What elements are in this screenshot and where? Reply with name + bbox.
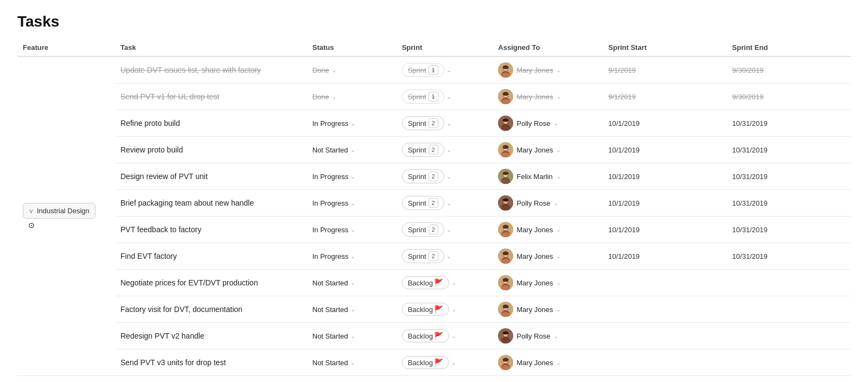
sprint-wrapper: Sprint 2 ⌄ (402, 169, 488, 183)
assigned-dropdown-chevron[interactable]: ⌄ (556, 279, 561, 286)
status-wrapper: Not Started ⌄ (312, 332, 391, 340)
status-cell: In Progress ⌄ (307, 217, 397, 243)
sprint-start-date: 9/1/2019 (603, 84, 726, 110)
status-dropdown-chevron[interactable]: ⌄ (350, 279, 355, 286)
assigned-name: Mary Jones (516, 252, 553, 260)
status-text: In Progress (312, 119, 348, 128)
assigned-dropdown-chevron[interactable]: ⌄ (553, 200, 558, 207)
assigned-name: Mary Jones (516, 305, 553, 314)
status-text: Not Started (312, 332, 348, 340)
sprint-badge[interactable]: Backlog 🚩 (402, 303, 449, 316)
col-feature: Feature (17, 39, 115, 56)
svg-point-28 (503, 172, 509, 175)
sprint-dropdown-chevron[interactable]: ⌄ (446, 120, 451, 127)
sprint-badge[interactable]: Sprint 2 (402, 143, 444, 157)
status-cell: Not Started ⌄ (307, 270, 397, 296)
status-dropdown-chevron[interactable]: ⌄ (350, 359, 355, 366)
status-dropdown-chevron[interactable]: ⌄ (331, 93, 336, 100)
svg-point-46 (503, 252, 509, 256)
status-dropdown-chevron[interactable]: ⌄ (350, 306, 355, 313)
assigned-wrapper: Mary Jones ⌄ (498, 249, 597, 264)
assigned-cell: Mary Jones ⌄ (493, 349, 603, 376)
sprint-badge[interactable]: Sprint 2 (402, 169, 444, 183)
sprint-start-cell (603, 349, 726, 376)
task-text: Design review of PVT unit (120, 172, 208, 181)
assigned-name: Polly Rose (516, 119, 550, 128)
sprint-badge[interactable]: Sprint 1 (402, 63, 444, 77)
sprint-end-cell (727, 296, 851, 323)
assigned-wrapper: Mary Jones ⌄ (498, 275, 597, 290)
task-name-cell: Send PVT v1 for UL drop test (115, 84, 307, 110)
assigned-cell: Polly Rose ⌄ (493, 110, 603, 137)
table-row: Send PVT v1 for UL drop test Done ⌄ Spri… (17, 84, 851, 110)
sprint-cell: Sprint 2 ⌄ (397, 137, 493, 163)
sprint-dropdown-chevron[interactable]: ⌄ (446, 173, 451, 180)
assigned-dropdown-chevron[interactable]: ⌄ (556, 359, 561, 366)
sprint-dropdown-chevron[interactable]: ⌄ (451, 359, 456, 366)
assigned-dropdown-chevron[interactable]: ⌄ (556, 226, 561, 233)
status-dropdown-chevron[interactable]: ⌄ (350, 147, 355, 154)
sprint-cell: Backlog 🚩 ⌄ (397, 296, 493, 323)
assigned-dropdown-chevron[interactable]: ⌄ (556, 147, 561, 154)
avatar (498, 302, 513, 317)
assigned-name: Felix Marlin (516, 173, 552, 181)
status-dropdown-chevron[interactable]: ⌄ (350, 120, 355, 127)
status-dropdown-chevron[interactable]: ⌄ (331, 67, 336, 74)
status-wrapper: In Progress ⌄ (312, 226, 391, 234)
assigned-dropdown-chevron[interactable]: ⌄ (556, 253, 561, 260)
svg-point-58 (503, 305, 509, 309)
sprint-dropdown-chevron[interactable]: ⌄ (446, 147, 451, 154)
task-name-cell: Factory visit for DVT, documentation (115, 296, 307, 323)
sprint-start-date: 10/1/2019 (603, 243, 726, 270)
assigned-dropdown-chevron[interactable]: ⌄ (556, 93, 561, 100)
col-assigned-to: Assigned To (493, 39, 603, 56)
sprint-badge[interactable]: Sprint 2 (402, 196, 444, 210)
status-wrapper: In Progress ⌄ (312, 119, 391, 128)
sprint-dropdown-chevron[interactable]: ⌄ (446, 226, 451, 233)
sprint-dropdown-chevron[interactable]: ⌄ (451, 333, 456, 340)
sprint-badge[interactable]: Backlog 🚩 (402, 329, 449, 342)
sprint-badge[interactable]: Sprint 2 (402, 249, 444, 263)
sprint-badge[interactable]: Sprint 2 (402, 116, 444, 130)
status-wrapper: In Progress ⌄ (312, 252, 391, 260)
sprint-dropdown-chevron[interactable]: ⌄ (451, 306, 456, 313)
assigned-dropdown-chevron[interactable]: ⌄ (553, 120, 558, 127)
sprint-dropdown-chevron[interactable]: ⌄ (446, 93, 451, 100)
task-text: Brief packaging team about new handle (120, 199, 254, 207)
sprint-cell: Backlog 🚩 ⌄ (397, 349, 493, 376)
avatar (498, 89, 513, 104)
table-row: Refine proto build In Progress ⌄ Sprint … (17, 110, 851, 137)
table-row: Find EVT factory In Progress ⌄ Sprint 2 … (17, 243, 851, 270)
assigned-dropdown-chevron[interactable]: ⌄ (556, 173, 561, 180)
status-dropdown-chevron[interactable]: ⌄ (350, 173, 355, 180)
sprint-badge[interactable]: Backlog 🚩 (402, 276, 449, 289)
assigned-dropdown-chevron[interactable]: ⌄ (553, 333, 558, 340)
sprint-badge[interactable]: Backlog 🚩 (402, 356, 449, 369)
feature-badge[interactable]: ∨ Industrial Design (23, 203, 95, 219)
avatar (498, 222, 513, 237)
sprint-dropdown-chevron[interactable]: ⌄ (446, 67, 451, 74)
assigned-wrapper: Mary Jones ⌄ (498, 302, 597, 317)
assigned-dropdown-chevron[interactable]: ⌄ (556, 67, 561, 74)
status-text: Not Started (312, 146, 348, 154)
page-title: Tasks (17, 13, 851, 30)
task-name-cell: Update DVT issues list, share with facto… (115, 56, 307, 84)
sprint-badge[interactable]: Sprint 2 (402, 222, 444, 237)
sprint-dropdown-chevron[interactable]: ⌄ (451, 279, 456, 286)
sprint-badge[interactable]: Sprint 1 (402, 90, 444, 104)
sprint-end-date: 10/31/2019 (727, 137, 851, 163)
sprint-end-cell (727, 323, 851, 349)
sprint-wrapper: Sprint 1 ⌄ (402, 90, 488, 104)
sprint-dropdown-chevron[interactable]: ⌄ (446, 253, 451, 260)
status-dropdown-chevron[interactable]: ⌄ (350, 200, 355, 207)
status-dropdown-chevron[interactable]: ⌄ (350, 333, 355, 340)
status-dropdown-chevron[interactable]: ⌄ (350, 226, 355, 233)
assigned-dropdown-chevron[interactable]: ⌄ (556, 306, 561, 313)
sprint-end-date: 10/31/2019 (727, 190, 851, 217)
sprint-dropdown-chevron[interactable]: ⌄ (446, 200, 451, 207)
sprint-start-date: 9/1/2019 (603, 56, 726, 84)
feature-settings-icon[interactable]: ⊙ (28, 221, 35, 230)
status-wrapper: Not Started ⌄ (312, 146, 391, 154)
status-text: In Progress (312, 199, 348, 207)
status-dropdown-chevron[interactable]: ⌄ (350, 253, 355, 260)
